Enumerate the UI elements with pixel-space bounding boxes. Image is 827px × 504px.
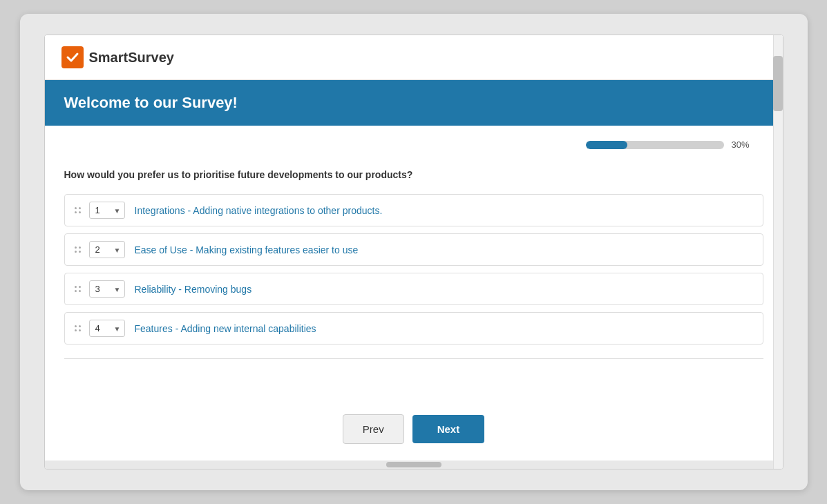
rank-select-wrap: 1234▼ — [89, 320, 125, 337]
outer-frame: SmartSurvey Welcome to our Survey! 30% H… — [20, 14, 808, 490]
next-button[interactable]: Next — [412, 415, 485, 443]
main-content: 30% How would you prefer us to prioritis… — [45, 126, 783, 403]
scrollbar-track[interactable] — [773, 35, 783, 469]
logo-text: SmartSurvey — [89, 50, 174, 66]
progress-bar-track — [586, 141, 724, 149]
ranking-item-label: Integrations - Adding native integration… — [135, 205, 383, 216]
bottom-scrollbar-track[interactable] — [45, 461, 783, 469]
drag-handle[interactable] — [75, 325, 81, 331]
scrollbar-thumb[interactable] — [773, 56, 783, 111]
ranking-row: 1234▼Features - Adding new internal capa… — [64, 312, 763, 345]
banner-title: Welcome to our Survey! — [64, 94, 238, 111]
progress-container: 30% — [64, 139, 763, 150]
ranking-item-label: Reliability - Removing bugs — [135, 284, 252, 295]
logo-icon — [61, 46, 84, 68]
rank-select[interactable]: 1234 — [89, 280, 125, 298]
ranking-row: 1234▼Integrations - Adding native integr… — [64, 194, 763, 226]
footer-buttons: Prev Next — [45, 403, 783, 461]
rank-select-wrap: 1234▼ — [89, 280, 125, 298]
welcome-banner: Welcome to our Survey! — [45, 80, 783, 126]
prev-button[interactable]: Prev — [343, 414, 404, 444]
ranking-list: 1234▼Integrations - Adding native integr… — [64, 194, 763, 345]
drag-handle[interactable] — [75, 207, 81, 213]
rank-select-wrap: 1234▼ — [89, 241, 125, 258]
divider — [64, 358, 763, 359]
ranking-item-label: Ease of Use - Making existing features e… — [135, 244, 359, 255]
rank-select[interactable]: 1234 — [89, 320, 125, 337]
progress-bar-fill — [586, 141, 627, 149]
rank-select[interactable]: 1234 — [89, 241, 125, 258]
drag-handle[interactable] — [75, 286, 81, 292]
progress-label: 30% — [731, 139, 749, 150]
ranking-row: 1234▼Reliability - Removing bugs — [64, 273, 763, 305]
rank-select[interactable]: 1234 — [89, 202, 125, 219]
drag-handle[interactable] — [75, 246, 81, 253]
rank-select-wrap: 1234▼ — [89, 202, 125, 219]
ranking-item-label: Features - Adding new internal capabilit… — [135, 323, 316, 334]
browser-window: SmartSurvey Welcome to our Survey! 30% H… — [44, 35, 783, 469]
question-text: How would you prefer us to prioritise fu… — [64, 169, 763, 180]
ranking-row: 1234▼Ease of Use - Making existing featu… — [64, 233, 763, 266]
survey-header: SmartSurvey — [45, 35, 783, 80]
bottom-scrollbar-thumb[interactable] — [386, 462, 441, 467]
